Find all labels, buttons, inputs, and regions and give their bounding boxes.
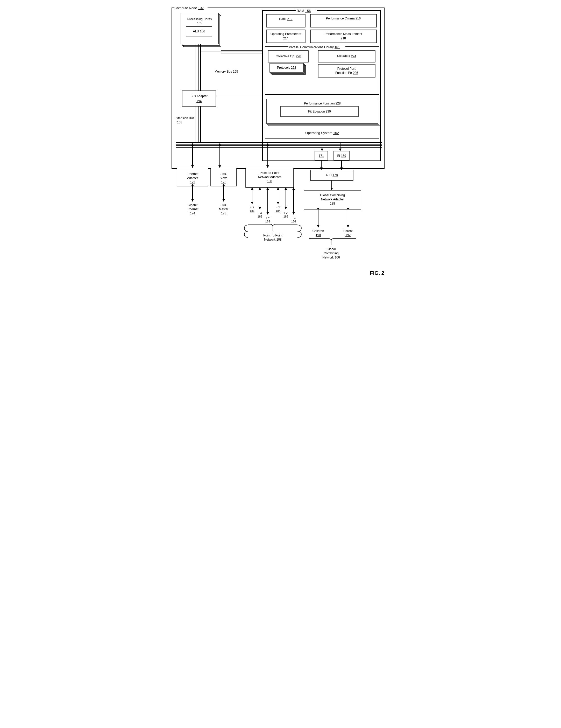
memory-bus-label: Memory Bus 155 — [215, 70, 238, 73]
os-label: Operating System 162 — [305, 131, 339, 135]
ptp-network-label: Point To Point — [263, 234, 282, 237]
svg-text:165: 165 — [197, 22, 202, 25]
svg-text:192: 192 — [345, 233, 350, 237]
svg-text:Network Adapter: Network Adapter — [258, 175, 281, 179]
svg-text:186: 186 — [291, 220, 296, 223]
collective-op-label: Collective Op. 220 — [276, 54, 301, 58]
proc-cores-label: Processing Cores — [187, 17, 212, 21]
svg-marker-96 — [251, 187, 254, 190]
svg-text:Network Adapter: Network Adapter — [321, 198, 344, 201]
svg-marker-83 — [191, 199, 194, 202]
svg-text:218: 218 — [340, 37, 346, 40]
plus-y183-label: + Y — [265, 216, 270, 219]
ir169-label: IR 169 — [337, 154, 346, 158]
svg-text:Network  108: Network 108 — [264, 238, 282, 241]
svg-text:168: 168 — [177, 121, 182, 124]
pcl-label: Parallel Communications Library 161 — [289, 45, 340, 49]
svg-text:178: 178 — [221, 212, 226, 215]
svg-marker-115 — [292, 212, 295, 215]
svg-marker-123 — [317, 225, 319, 228]
ext-bus-label: Extension Bus — [174, 116, 194, 120]
svg-text:176: 176 — [221, 180, 226, 184]
ram-label: RAM 156 — [297, 9, 311, 13]
page: x Compute Node 102 RAM 156 Rank 212 Perf… — [169, 5, 392, 285]
svg-marker-107 — [277, 202, 279, 204]
ptp-adapter-label: Point-To-Point — [260, 171, 279, 175]
gigabit-ethernet-label: Gigabit — [187, 203, 198, 207]
svg-text:Slave: Slave — [220, 176, 227, 180]
minus-x-label: − X — [258, 211, 262, 214]
svg-text:Adapter: Adapter — [187, 176, 198, 180]
parent-label: Parent — [343, 229, 353, 233]
box171-label: 171 — [318, 154, 324, 158]
fig-label: FIG. 2 — [370, 270, 384, 276]
svg-text:185: 185 — [283, 215, 288, 218]
svg-text:190: 190 — [315, 233, 320, 237]
svg-text:183: 183 — [265, 220, 270, 223]
svg-marker-100 — [259, 187, 261, 190]
svg-marker-104 — [267, 187, 269, 190]
minus-z-label: − Z — [291, 216, 295, 219]
protocol-perf-label: Protocol Perf. — [337, 67, 356, 71]
svg-marker-95 — [251, 202, 254, 204]
svg-text:172: 172 — [190, 180, 195, 184]
svg-marker-87 — [222, 199, 225, 202]
svg-marker-103 — [267, 212, 269, 215]
perf-measurement-label: Performance Measurement — [324, 32, 362, 36]
svg-text:174: 174 — [190, 212, 195, 215]
svg-rect-6 — [310, 14, 376, 27]
svg-rect-7 — [267, 30, 305, 43]
svg-text:Combining: Combining — [324, 251, 338, 255]
svg-marker-99 — [259, 207, 261, 209]
svg-text:182: 182 — [257, 215, 262, 218]
svg-rect-18 — [318, 64, 375, 77]
fit-equation-label: Fit Equation 230 — [308, 110, 331, 113]
svg-text:214: 214 — [283, 37, 288, 40]
ethernet-adapter-label: Ethernet — [187, 172, 199, 176]
metadata-label: Metadata 224 — [337, 54, 356, 58]
bus-adapter-label: Bus Adapter — [191, 94, 207, 98]
svg-marker-112 — [284, 187, 287, 190]
jtag-slave-label: JTAG — [220, 172, 228, 176]
svg-marker-111 — [284, 207, 287, 209]
alu170-label: ALU 170 — [325, 173, 338, 177]
op-params-label: Operating Parameters — [270, 32, 301, 36]
alu166-label: ALU 166 — [193, 30, 205, 33]
svg-rect-9 — [310, 30, 376, 43]
svg-text:180: 180 — [267, 179, 272, 183]
jtag-master-label: JTAG — [220, 203, 228, 207]
plus-x-label: + X — [250, 206, 254, 209]
svg-text:Ethernet: Ethernet — [187, 207, 199, 211]
svg-marker-127 — [347, 225, 349, 228]
plus-z-label: + Z — [283, 211, 287, 214]
svg-text:Function Ptr  226: Function Ptr 226 — [335, 71, 358, 75]
svg-text:181: 181 — [250, 209, 254, 212]
svg-marker-69 — [330, 188, 333, 190]
compute-node-label: Compute Node 102 — [174, 6, 204, 10]
svg-text:Master: Master — [219, 207, 228, 211]
children-label: Children — [312, 229, 324, 233]
svg-rect-5 — [267, 14, 305, 27]
gcn-label: Global — [326, 247, 335, 251]
perf-criteria-label: Performance Criteria 216 — [326, 17, 360, 20]
svg-text:Network  106: Network 106 — [322, 256, 340, 259]
svg-text:194: 194 — [196, 99, 201, 103]
svg-marker-108 — [277, 187, 279, 190]
svg-text:184: 184 — [276, 209, 280, 212]
diagram-svg: x Compute Node 102 RAM 156 Rank 212 Perf… — [169, 5, 392, 280]
svg-text:188: 188 — [329, 202, 335, 205]
svg-marker-116 — [292, 187, 295, 190]
protocols-label: Protocols 222 — [277, 66, 296, 69]
perf-func-label: Performance Function 228 — [304, 102, 341, 105]
minus-y-label: − Y — [276, 206, 280, 209]
svg-rect-34 — [182, 91, 216, 106]
gcna-label: Global Combining — [320, 193, 345, 197]
rank-label: Rank 212 — [279, 17, 292, 21]
